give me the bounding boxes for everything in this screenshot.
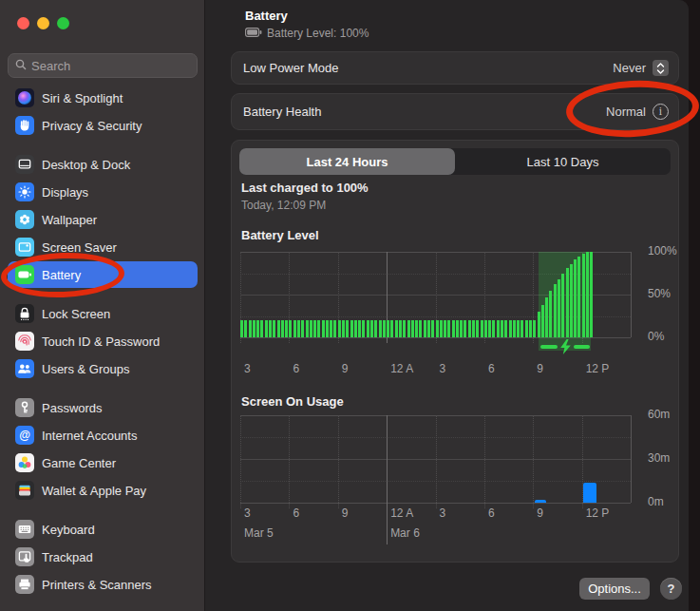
battery-level-chart-title: Battery Level: [241, 228, 319, 242]
battery-level-bar: [456, 320, 459, 337]
printer-icon: [15, 575, 34, 594]
sidebar-item-label: Wallet & Apple Pay: [42, 484, 146, 498]
battery-level-text: Battery Level: 100%: [267, 27, 369, 40]
system-settings-window: Siri & SpotlightPrivacy & SecurityDeskto…: [0, 0, 689, 611]
sidebar-item-lock-screen[interactable]: Lock Screen: [8, 300, 198, 327]
sidebar-item-battery[interactable]: Battery: [8, 261, 198, 288]
sidebar-item-wallpaper[interactable]: Wallpaper: [8, 206, 198, 233]
sidebar-item-label: Wallpaper: [42, 213, 97, 227]
battery-level-bar: [468, 320, 471, 337]
zoom-button[interactable]: [57, 17, 69, 29]
battery-level-bar: [431, 320, 434, 337]
battery-level-bar: [545, 297, 548, 337]
sidebar-item-label: Privacy & Security: [42, 119, 142, 133]
battery-level-bar: [497, 320, 500, 337]
gridline: [436, 415, 437, 508]
svg-text:@: @: [19, 429, 30, 442]
low-power-mode-label: Low Power Mode: [243, 61, 613, 75]
x-tick-label: 12 A: [390, 362, 413, 375]
battery-level-bar: [354, 320, 357, 337]
battery-level-bar: [481, 320, 483, 337]
battery-level-bar: [403, 320, 406, 337]
sidebar-item-keyboard[interactable]: Keyboard: [8, 516, 198, 543]
low-power-mode-popup-button[interactable]: [653, 60, 669, 76]
battery-level-status: Battery Level: 100%: [245, 27, 369, 40]
x-tick-label: 9: [537, 362, 543, 375]
screen-usage-bar: [535, 500, 546, 503]
battery-level-bar: [374, 320, 377, 337]
key-icon: [15, 398, 34, 417]
sidebar-item-screen-saver[interactable]: Screen Saver: [8, 234, 198, 260]
battery-level-bar: [333, 320, 336, 337]
sidebar: Siri & SpotlightPrivacy & SecurityDeskto…: [0, 0, 205, 611]
battery-level-bar: [472, 320, 475, 337]
sidebar-item-game-center[interactable]: Game Center: [8, 449, 198, 476]
battery-level-bar: [520, 320, 523, 337]
sidebar-item-touch-id-password[interactable]: Touch ID & Password: [8, 328, 198, 354]
battery-level-bar: [383, 320, 386, 337]
screensaver-icon: [15, 238, 34, 257]
sidebar-item-label: Printers & Scanners: [42, 578, 152, 592]
battery-level-chart: 100%50%0%36912 A36912 P: [240, 252, 631, 337]
battery-level-bar: [538, 312, 540, 337]
tab-last-24-hours[interactable]: Last 24 Hours: [239, 148, 455, 175]
battery-level-bar: [387, 320, 389, 337]
sidebar-item-users-groups[interactable]: Users & Groups: [8, 355, 198, 382]
sidebar-item-siri-spotlight[interactable]: Siri & Spotlight: [8, 85, 198, 111]
sidebar-item-label: Lock Screen: [42, 307, 110, 321]
battery-level-bar: [492, 320, 495, 337]
y-tick-label: 100%: [648, 244, 686, 258]
battery-level-bar: [306, 320, 309, 337]
battery-level-bar: [586, 252, 589, 337]
battery-level-bar: [570, 264, 573, 337]
x-tick-label: 9: [342, 506, 349, 520]
flower-icon: [15, 210, 34, 229]
battery-level-bar: [330, 320, 332, 337]
sidebar-group: Desktop & DockDisplaysWallpaperScreen Sa…: [8, 151, 198, 288]
sidebar-item-printers-scanners[interactable]: Printers & Scanners: [8, 571, 198, 598]
screen-on-usage-chart: 60m30m0m36912 A36912 PMar 5Mar 6: [240, 415, 631, 503]
sidebar-item-label: Game Center: [42, 456, 116, 470]
gamecenter-icon: [15, 453, 34, 472]
battery-level-bar: [411, 320, 414, 337]
sidebar-item-displays[interactable]: Displays: [8, 179, 198, 205]
search-field[interactable]: [8, 53, 198, 78]
x-tick-label: 3: [244, 362, 251, 375]
battery-level-bar: [577, 257, 580, 338]
trackpad-icon: [15, 547, 34, 566]
sidebar-item-trackpad[interactable]: Trackpad: [8, 544, 198, 570]
battery-level-bar: [427, 320, 430, 337]
battery-level-bar: [419, 320, 422, 337]
sidebar-item-privacy-security[interactable]: Privacy & Security: [8, 112, 198, 139]
search-input[interactable]: [31, 59, 190, 73]
battery-level-bar: [460, 320, 463, 337]
x-tick-label: 6: [488, 362, 495, 375]
sidebar-item-desktop-dock[interactable]: Desktop & Dock: [8, 151, 198, 178]
window-controls: [17, 17, 69, 29]
sidebar-item-internet-accounts[interactable]: @Internet Accounts: [8, 422, 198, 449]
battery-level-bar: [273, 320, 275, 337]
battery-level-bar: [379, 320, 382, 337]
battery-icon: [245, 27, 262, 40]
battery-level-bar: [285, 320, 288, 337]
battery-level-bar: [342, 320, 345, 337]
battery-level-bar: [424, 320, 426, 337]
battery-health-label: Battery Health: [243, 105, 606, 119]
help-button[interactable]: ?: [660, 578, 682, 600]
sidebar-item-passwords[interactable]: Passwords: [8, 394, 198, 421]
battery-level-bar: [525, 320, 528, 337]
battery-level-bar: [350, 320, 353, 337]
info-icon[interactable]: i: [653, 104, 669, 120]
low-power-mode-value: Never: [613, 61, 646, 75]
minimize-button[interactable]: [37, 17, 49, 29]
y-tick-label: 30m: [648, 451, 686, 465]
wallet-icon: [15, 481, 34, 500]
sidebar-item-label: Battery: [42, 268, 81, 282]
tab-last-10-days[interactable]: Last 10 Days: [455, 148, 671, 175]
sidebar-item-wallet-apple-pay[interactable]: Wallet & Apple Pay: [8, 477, 198, 504]
lock-icon: [15, 304, 34, 323]
options-button[interactable]: Options...: [579, 578, 650, 600]
battery-level-bar: [326, 320, 329, 337]
close-button[interactable]: [17, 17, 29, 29]
hand-icon: [15, 116, 34, 135]
